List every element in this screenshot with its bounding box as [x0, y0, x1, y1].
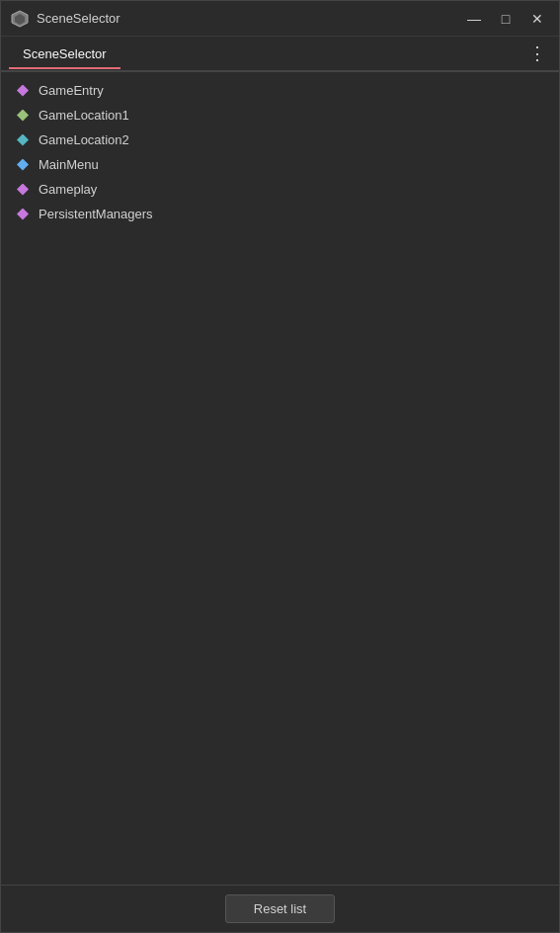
- title-bar-controls: — □ ✕: [462, 7, 549, 31]
- scene-item-main-menu[interactable]: MainMenu: [1, 152, 559, 177]
- tab-scene-selector[interactable]: SceneSelector: [9, 41, 120, 69]
- scene-label-main-menu: MainMenu: [39, 157, 99, 172]
- footer: Reset list: [1, 885, 559, 932]
- app-icon: [11, 10, 29, 28]
- tab-menu-button[interactable]: ⋮: [523, 40, 551, 67]
- scene-item-gameplay[interactable]: Gameplay: [1, 177, 559, 202]
- scene-label-gameplay: Gameplay: [39, 182, 97, 197]
- diamond-icon-gameplay: [17, 184, 29, 196]
- tab-bar: SceneSelector ⋮: [1, 37, 559, 72]
- scene-label-game-location-1: GameLocation1: [39, 108, 129, 123]
- scene-item-game-location-2[interactable]: GameLocation2: [1, 127, 559, 152]
- diamond-icon-persistent-managers: [17, 209, 29, 220]
- diamond-icon-main-menu: [17, 159, 29, 171]
- window-title: SceneSelector: [37, 11, 462, 26]
- reset-list-button[interactable]: Reset list: [225, 894, 335, 923]
- scene-label-game-location-2: GameLocation2: [39, 132, 129, 147]
- maximize-button[interactable]: □: [494, 7, 518, 31]
- diamond-icon-game-location-1: [17, 110, 29, 122]
- scene-item-game-entry[interactable]: GameEntry: [1, 78, 559, 103]
- scene-item-persistent-managers[interactable]: PersistentManagers: [1, 202, 559, 226]
- diamond-icon-game-location-2: [17, 134, 29, 146]
- scene-selector-window: SceneSelector — □ ✕ SceneSelector ⋮ Game…: [0, 0, 560, 933]
- title-bar: SceneSelector — □ ✕: [1, 1, 559, 37]
- minimize-button[interactable]: —: [462, 7, 486, 31]
- scene-label-persistent-managers: PersistentManagers: [39, 207, 153, 221]
- scene-label-game-entry: GameEntry: [39, 83, 104, 98]
- close-button[interactable]: ✕: [525, 7, 549, 31]
- scene-item-game-location-1[interactable]: GameLocation1: [1, 103, 559, 127]
- scene-list: GameEntryGameLocation1GameLocation2MainM…: [1, 72, 559, 885]
- diamond-icon-game-entry: [17, 85, 29, 97]
